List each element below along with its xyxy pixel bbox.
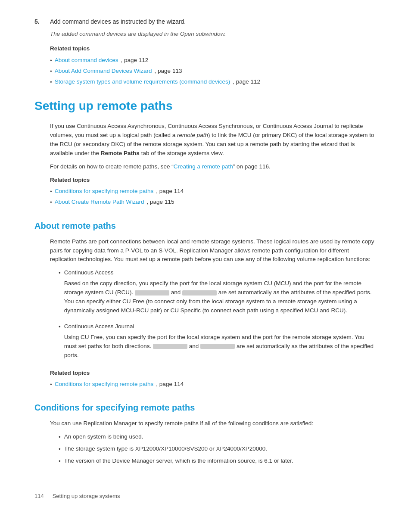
related-topic-item: Conditions for specifying remote paths, … — [50, 187, 377, 196]
step-5-text: Add command devices as instructed by the… — [50, 17, 186, 26]
bullet-continuous-access-journal: Continuous Access Journal Using CU Free,… — [59, 322, 377, 364]
redacted-4 — [200, 344, 235, 349]
footer: 114 Setting up storage systems — [34, 492, 377, 501]
related-topics-label-2: Related topics — [50, 176, 377, 184]
bullet-ca-title: Continuous Access — [64, 268, 377, 277]
related-topics-list-1: About command devices, page 112 About Ad… — [50, 56, 377, 87]
related-topic-suffix-2: , page 113 — [155, 67, 182, 75]
related-topic-item: About Create Remote Path Wizard, page 11… — [50, 198, 377, 207]
related-topic-link-3[interactable]: Storage system types and volume requirem… — [55, 78, 230, 86]
setting-up-para1: If you use Continuous Access Asynchronou… — [50, 122, 377, 158]
footer-text: Setting up storage systems — [53, 492, 120, 501]
section-title-conditions: Conditions for specifying remote paths — [34, 401, 377, 414]
related-topic-item: About Add Command Devices Wizard, page 1… — [50, 67, 377, 76]
related-topic-suffix-3: , page 112 — [233, 78, 260, 86]
condition-bullet-3: The version of the Device Manager server… — [59, 457, 377, 466]
conditions-para1: You can use Replication Manager to speci… — [50, 419, 377, 428]
bullet-caj-text: Using CU Free, you can specify the port … — [64, 333, 377, 360]
condition-bullet-2: The storage system type is XP12000/XP100… — [59, 445, 377, 454]
related-topics-label-3: Related topics — [50, 369, 377, 377]
conditions-bullets: An open system is being used. The storag… — [59, 432, 377, 466]
related-topic-item: Storage system types and volume requirem… — [50, 78, 377, 87]
footer-page-number: 114 — [34, 492, 44, 501]
condition-bullet-1: An open system is being used. — [59, 432, 377, 442]
related-topics-list-3: Conditions for specifying remote paths, … — [50, 380, 377, 389]
creating-remote-path-link[interactable]: Creating a remote path — [174, 163, 233, 170]
redacted-2 — [182, 290, 217, 296]
bullet-ca-text: Based on the copy direction, you specify… — [64, 279, 377, 315]
related-topic-item: Conditions for specifying remote paths, … — [50, 380, 377, 389]
section-title-about-remote-paths: About remote paths — [34, 219, 377, 232]
related-topic-link-2[interactable]: About Add Command Devices Wizard — [55, 67, 152, 75]
related-topics-list-2: Conditions for specifying remote paths, … — [50, 187, 377, 207]
bullet-continuous-access: Continuous Access Based on the copy dire… — [59, 268, 377, 320]
related-topic-link-6[interactable]: Conditions for specifying remote paths — [55, 380, 154, 389]
related-topic-link-4[interactable]: Conditions for specifying remote paths — [55, 187, 154, 196]
related-topic-suffix-1: , page 112 — [121, 56, 149, 65]
related-topic-link-5[interactable]: About Create Remote Path Wizard — [55, 198, 144, 206]
step-5-subtext: The added command devices are displayed … — [50, 30, 377, 38]
related-topic-suffix-6: , page 114 — [156, 380, 184, 389]
step-number: 5. — [34, 17, 45, 26]
redacted-1 — [135, 290, 169, 296]
redacted-3 — [153, 344, 187, 349]
related-topic-link-1[interactable]: About command devices — [55, 56, 118, 65]
related-topic-item: About command devices, page 112 — [50, 56, 377, 65]
setting-up-para2: For details on how to create remote path… — [50, 162, 377, 171]
step-5-line: 5. Add command devices as instructed by … — [34, 17, 377, 26]
about-remote-paths-para1: Remote Paths are port connections betwee… — [50, 237, 377, 264]
related-topic-suffix-4: , page 114 — [156, 187, 184, 196]
section-title-setting-up: Setting up remote paths — [34, 97, 377, 115]
about-remote-paths-bullets: Continuous Access Based on the copy dire… — [59, 268, 377, 364]
bullet-caj-title: Continuous Access Journal — [64, 322, 377, 331]
related-topics-label-1: Related topics — [50, 44, 377, 53]
related-topic-suffix-5: , page 115 — [147, 198, 174, 206]
